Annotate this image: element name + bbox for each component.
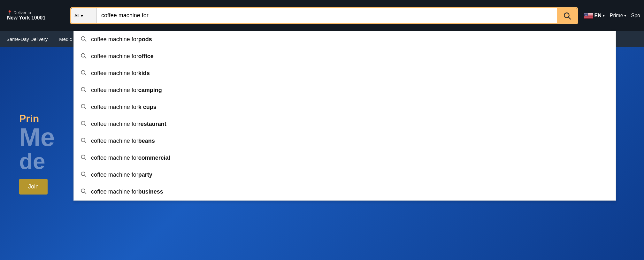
- autocomplete-item[interactable]: coffee machine for k cups: [74, 99, 616, 116]
- search-icon-small: [80, 188, 87, 196]
- search-icon-small: [80, 52, 87, 60]
- svg-line-1: [569, 17, 570, 19]
- svg-point-32: [81, 70, 85, 74]
- promo-line3: de: [19, 150, 55, 172]
- prime-chevron-icon: ▾: [624, 13, 626, 18]
- svg-line-45: [85, 175, 86, 177]
- nav-item-medic[interactable]: Medic: [57, 35, 74, 43]
- svg-line-31: [85, 57, 86, 58]
- autocomplete-item[interactable]: coffee machine for business: [74, 183, 616, 200]
- search-icon-small: [80, 35, 87, 43]
- autocomplete-item[interactable]: coffee machine for restaurant: [74, 116, 616, 133]
- autocomplete-item[interactable]: coffee machine for beans: [74, 133, 616, 149]
- svg-line-43: [85, 158, 86, 160]
- promo-block: Prin Me de Join: [19, 113, 55, 195]
- us-flag-icon: ★★★★★ ★★★★ ★★★★★ ★★★★: [584, 13, 593, 19]
- search-icon: [563, 11, 571, 20]
- autocomplete-item-text: coffee machine for beans: [91, 138, 155, 144]
- search-input[interactable]: [97, 8, 557, 23]
- deliver-to-label: 📍 Deliver to: [7, 10, 65, 15]
- search-icon-small: [80, 137, 87, 145]
- header-right: ★★★★★ ★★★★ ★★★★★ ★★★★ EN ▾ Prime ▾ Spo: [580, 13, 640, 19]
- svg-line-33: [85, 74, 86, 75]
- svg-point-44: [81, 172, 85, 176]
- svg-point-34: [81, 87, 85, 91]
- svg-point-40: [81, 138, 85, 142]
- svg-point-42: [81, 155, 85, 159]
- svg-line-39: [85, 125, 86, 126]
- autocomplete-item[interactable]: coffee machine for kids: [74, 65, 616, 82]
- svg-point-28: [81, 36, 85, 40]
- autocomplete-item[interactable]: coffee machine for party: [74, 166, 616, 183]
- language-selector[interactable]: ★★★★★ ★★★★ ★★★★★ ★★★★ EN ▾: [584, 13, 605, 19]
- spo-nav-item[interactable]: Spo: [631, 13, 640, 19]
- search-icon-small: [80, 154, 87, 162]
- autocomplete-item-text: coffee machine for kids: [91, 70, 150, 77]
- promo-line2: Me: [19, 125, 55, 150]
- deliver-to[interactable]: 📍 Deliver to New York 10001: [4, 8, 68, 23]
- location-pin-icon: 📍: [7, 10, 12, 15]
- svg-point-38: [81, 121, 85, 125]
- autocomplete-item-text: coffee machine for pods: [91, 36, 152, 43]
- svg-point-0: [564, 13, 569, 18]
- svg-rect-8: [584, 18, 593, 18]
- search-icon-small: [80, 86, 87, 94]
- autocomplete-item-text: coffee machine for business: [91, 188, 163, 195]
- nav-item-same-day[interactable]: Same-Day Delivery: [4, 35, 50, 43]
- svg-line-35: [85, 91, 86, 92]
- search-bar: All ▾: [70, 7, 578, 24]
- deliver-to-location: New York 10001: [7, 15, 65, 21]
- search-icon-small: [80, 69, 87, 77]
- search-icon-small: [80, 120, 87, 128]
- autocomplete-item[interactable]: coffee machine for pods: [74, 31, 616, 48]
- autocomplete-item-text: coffee machine for restaurant: [91, 121, 166, 127]
- autocomplete-dropdown: coffee machine for podscoffee machine fo…: [73, 31, 616, 201]
- svg-point-46: [81, 189, 85, 193]
- search-icon-small: [80, 171, 87, 179]
- search-category-dropdown[interactable]: All ▾: [71, 8, 97, 23]
- autocomplete-item-text: coffee machine for k cups: [91, 104, 157, 111]
- join-button[interactable]: Join: [19, 179, 48, 195]
- svg-line-41: [85, 141, 86, 143]
- autocomplete-item-text: coffee machine for camping: [91, 87, 162, 94]
- svg-rect-6: [584, 16, 593, 16]
- autocomplete-item-text: coffee machine for office: [91, 53, 154, 60]
- prime-button[interactable]: Prime ▾: [610, 13, 626, 19]
- svg-point-36: [81, 104, 85, 108]
- promo-line1: Prin: [19, 113, 55, 125]
- svg-line-37: [85, 108, 86, 109]
- search-button[interactable]: [557, 8, 577, 23]
- chevron-down-icon: ▾: [81, 13, 83, 18]
- autocomplete-item[interactable]: coffee machine for camping: [74, 82, 616, 99]
- autocomplete-item-text: coffee machine for party: [91, 172, 152, 178]
- svg-rect-7: [584, 17, 593, 17]
- svg-line-29: [85, 40, 86, 41]
- lang-chevron-icon: ▾: [603, 13, 605, 18]
- svg-point-30: [81, 53, 85, 57]
- header: 📍 Deliver to New York 10001 All ▾: [0, 0, 644, 31]
- search-icon-small: [80, 103, 87, 111]
- autocomplete-item-text: coffee machine for commercial: [91, 155, 170, 161]
- svg-line-47: [85, 192, 86, 194]
- autocomplete-item[interactable]: coffee machine for commercial: [74, 149, 616, 166]
- autocomplete-item[interactable]: coffee machine for office: [74, 48, 616, 65]
